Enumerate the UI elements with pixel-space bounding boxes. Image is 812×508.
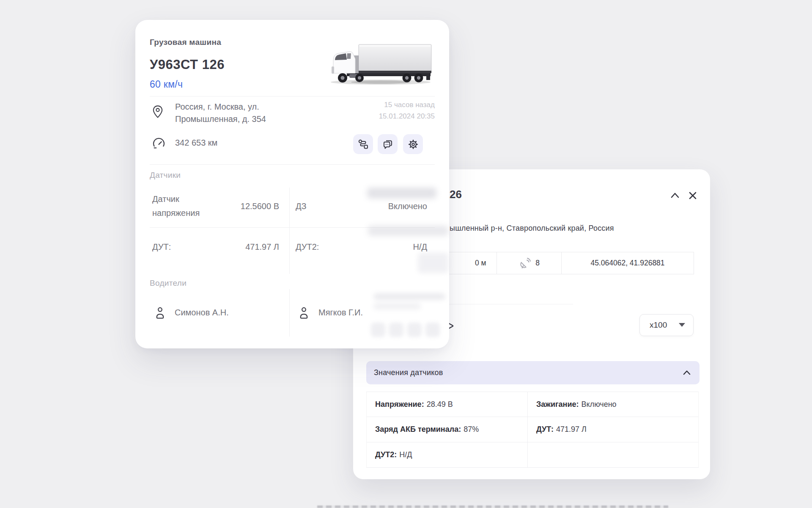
- driver-name: Симонов А.Н.: [175, 308, 229, 318]
- person-icon: [299, 306, 309, 319]
- satellites-count: 8: [535, 259, 540, 268]
- sensor-values-table: Напряжение:28.49 В Зажигание:Включено За…: [366, 392, 699, 468]
- card-divider: [150, 96, 435, 97]
- speedometer-icon: [152, 137, 165, 150]
- screen: 26 ышленный р-н, Ставропольский край, Ро…: [0, 0, 812, 508]
- satellite-dish-icon: [518, 257, 531, 270]
- table-cell: ДУТ2:Н/Д: [367, 442, 528, 467]
- driver-item: Симонов А.Н.: [155, 306, 229, 319]
- sensor-item: ДУТ: 471.97 Л: [152, 238, 279, 255]
- close-icon: [687, 190, 698, 201]
- sensors-divider: [289, 188, 290, 274]
- speed-multiplier-value: x100: [650, 320, 667, 330]
- satellites-cell: 8: [497, 252, 562, 274]
- caret-down-icon: [679, 323, 685, 327]
- altitude-value: 0 м: [475, 259, 486, 268]
- sensors-section-title: Датчики: [150, 171, 181, 180]
- coordinates-cell: 45.064062, 41.926881: [561, 252, 694, 274]
- messages-button[interactable]: [378, 134, 398, 154]
- close-panel-button[interactable]: [686, 189, 699, 202]
- chevron-up-icon: [669, 190, 680, 201]
- vehicle-plate: У963СТ 126: [150, 57, 225, 72]
- card-divider: [150, 164, 435, 165]
- location-pin-icon: [152, 105, 163, 119]
- vehicle-speed: 60 км/ч: [150, 79, 183, 90]
- vehicle-card: Грузовая машина У963СТ 126 60 км/ч: [135, 20, 449, 348]
- speed-multiplier-select[interactable]: x100: [639, 314, 694, 336]
- sensor-values-header[interactable]: Значения датчиков: [366, 361, 700, 384]
- table-cell: Зажигание:Включено: [528, 392, 698, 417]
- odometer-value: 342 653 км: [175, 138, 217, 148]
- panel-title-fragment: 26: [450, 188, 462, 201]
- person-icon: [155, 306, 165, 319]
- settings-button[interactable]: [403, 134, 423, 154]
- vehicle-address: Россия, г. Москва, ул. Промышленная, д. …: [175, 101, 266, 125]
- table-cell: [528, 442, 698, 467]
- table-cell: Напряжение:28.49 В: [367, 392, 528, 417]
- truck-image: [326, 41, 436, 87]
- route-button[interactable]: [353, 134, 373, 154]
- vehicle-type-label: Грузовая машина: [150, 38, 221, 47]
- chat-icon: [382, 139, 393, 150]
- driver-name: Мягков Г.И.: [318, 308, 363, 318]
- panel-address: ышленный р-н, Ставропольский край, Росси…: [450, 224, 614, 233]
- collapse-panel-button[interactable]: [669, 189, 681, 202]
- sensor-item: ДУТ2: Н/Д: [296, 238, 427, 255]
- table-cell: ДУТ:471.97 Л: [528, 417, 698, 442]
- gear-icon: [408, 139, 419, 150]
- driver-item: Мягков Г.И.: [299, 306, 363, 319]
- coordinates-value: 45.064062, 41.926881: [590, 259, 664, 268]
- last-update: 15 часов назад 15.01.2024 20:35: [379, 99, 435, 122]
- drivers-divider: [289, 289, 290, 337]
- route-icon: [358, 139, 369, 150]
- sensor-item: Датчик напряжения 12.5600 В: [152, 191, 279, 221]
- collapse-section-icon[interactable]: [682, 368, 692, 378]
- sensors-row-divider: [150, 227, 435, 228]
- bottom-edge-element: [317, 505, 668, 508]
- sensor-item: ДЗ Включено: [296, 191, 427, 221]
- table-cell: Заряд АКБ терминала:87%: [367, 417, 528, 442]
- sensor-values-title: Значения датчиков: [374, 368, 443, 377]
- drivers-section-title: Водители: [150, 279, 187, 288]
